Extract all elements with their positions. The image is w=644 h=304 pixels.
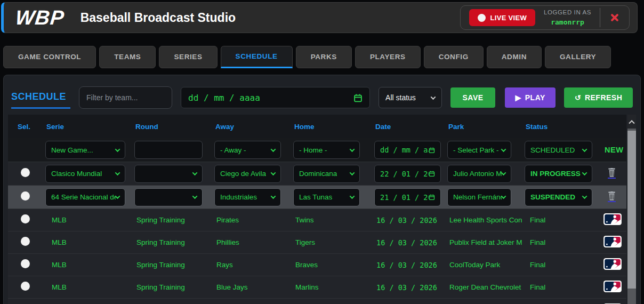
team-filter-input[interactable] xyxy=(79,86,172,109)
park-select[interactable]: Nelson Fernández xyxy=(447,188,511,206)
date-cell: 16 / 03 / 2026 xyxy=(372,261,445,269)
chevron-up-icon xyxy=(629,120,634,126)
round-cell: Spring Training xyxy=(132,283,212,291)
table-header-row: Sel.SerieRoundAwayHomeDateParkStatus xyxy=(8,115,626,138)
serie-select[interactable]: New Game... xyxy=(45,141,125,159)
chevron-down-icon xyxy=(350,194,355,199)
date-filter-input[interactable]: dd / mm / aaaa xyxy=(181,87,370,108)
save-label: SAVE xyxy=(462,93,483,102)
scrollbar-thumb[interactable] xyxy=(627,131,636,289)
date-cell: 16 / 03 / 2026 xyxy=(372,216,445,225)
row-select-radio[interactable] xyxy=(21,191,30,201)
refresh-icon: ↺ xyxy=(575,93,581,102)
delete-button[interactable] xyxy=(608,191,616,202)
mlb-logo-icon xyxy=(603,236,622,247)
chevron-down-icon xyxy=(115,170,120,175)
away-cell: Rays xyxy=(212,261,291,269)
live-view-button[interactable]: LIVE VIEW xyxy=(469,9,535,26)
chevron-down-icon xyxy=(582,170,587,175)
mlb-logo-icon xyxy=(603,213,622,225)
delete-button[interactable] xyxy=(608,168,616,179)
header-right-group: LIVE VIEW LOGGED IN AS ramonrrp xyxy=(460,5,630,30)
status-select[interactable]: IN PROGRESS xyxy=(525,165,592,183)
row-select-radio[interactable] xyxy=(21,282,30,291)
play-button[interactable]: ▶ PLAY xyxy=(505,87,556,108)
date-filter-value: dd / mm / aaaa xyxy=(188,93,260,103)
tab-teams[interactable]: TEAMS xyxy=(99,46,156,68)
column-header-park: Park xyxy=(445,123,522,131)
date-cell: 16 / 03 / 2026 xyxy=(372,283,445,292)
tab-config[interactable]: CONFIG xyxy=(424,46,484,68)
chevron-down-icon xyxy=(192,170,198,175)
status-filter-select[interactable]: All status xyxy=(379,87,442,108)
scrollbar-up-button[interactable] xyxy=(627,115,636,129)
chevron-down-icon xyxy=(350,170,355,175)
tab-series[interactable]: SERIES xyxy=(159,46,217,68)
round-cell: Spring Training xyxy=(132,238,212,246)
main-nav-tabs: GAME CONTROLTEAMSSERIESSCHEDULEPARKSPLAY… xyxy=(3,46,611,68)
table-row: Clasico MundialCiego de AvilaDominicana2… xyxy=(8,162,626,185)
away-select[interactable]: Industriales xyxy=(214,188,281,206)
home-select[interactable]: - Home - xyxy=(293,141,360,159)
column-header-sel-: Sel. xyxy=(8,123,43,131)
mlb-logo-icon xyxy=(603,236,622,247)
away-select[interactable]: - Away - xyxy=(214,141,281,159)
home-select[interactable]: Dominicana xyxy=(293,165,360,183)
away-select[interactable]: Ciego de Avila xyxy=(214,165,281,183)
row-select-radio[interactable] xyxy=(21,168,30,177)
date-input[interactable]: 21 / 01 / 2026 xyxy=(374,188,441,206)
wbp-logo: WBP xyxy=(14,7,66,28)
tab-players[interactable]: PLAYERS xyxy=(355,46,421,68)
chevron-down-icon xyxy=(501,194,506,199)
date-input[interactable]: dd / mm / aaaa xyxy=(374,141,441,159)
row-select-radio[interactable] xyxy=(21,259,30,268)
live-dot-icon xyxy=(478,14,486,22)
table-row: MLBSpring TrainingRaysBraves16 / 03 / 20… xyxy=(8,253,626,276)
round-input[interactable] xyxy=(134,141,203,159)
round-select[interactable] xyxy=(134,188,203,206)
chevron-down-icon xyxy=(115,147,120,152)
tab-game-control[interactable]: GAME CONTROL xyxy=(3,46,96,68)
mlb-logo-icon xyxy=(603,258,622,270)
table-scrollbar[interactable] xyxy=(627,115,636,304)
status-select[interactable]: SUSPENDED xyxy=(525,188,592,206)
chevron-down-icon xyxy=(271,194,276,199)
status-cell: Final xyxy=(522,261,597,269)
column-header-home: Home xyxy=(291,123,372,131)
new-row-label: NEW xyxy=(597,146,623,154)
row-select-radio[interactable] xyxy=(21,237,30,246)
save-button[interactable]: SAVE xyxy=(450,87,496,108)
serie-select[interactable]: 64 Serie Nacional de xyxy=(45,188,125,206)
username: ramonrrp xyxy=(544,17,591,28)
table-row: 64 Serie Nacional deIndustrialesLas Tuna… xyxy=(8,185,626,209)
park-cell: Lee Health Sports Con xyxy=(445,216,522,224)
chevron-down-icon xyxy=(501,147,506,152)
row-select-radio[interactable] xyxy=(21,214,30,223)
serie-cell: MLB xyxy=(43,283,132,291)
table-row: MLBSpring TrainingPhilliesTigers16 / 03 … xyxy=(8,231,626,253)
calendar-icon xyxy=(429,170,435,178)
table-row xyxy=(8,298,626,304)
tab-admin[interactable]: ADMIN xyxy=(487,46,542,68)
park-select[interactable]: Julio Antonio Mell xyxy=(447,165,511,183)
column-header-serie: Serie xyxy=(43,123,132,131)
serie-cell: MLB xyxy=(43,216,132,224)
status-select[interactable]: SCHEDULED xyxy=(525,141,592,159)
mlb-logo-icon xyxy=(603,258,622,270)
round-select[interactable] xyxy=(134,165,203,183)
tab-gallery[interactable]: GALLERY xyxy=(545,46,611,68)
close-icon[interactable] xyxy=(609,12,621,23)
away-cell: Blue Jays xyxy=(212,283,291,291)
trash-icon xyxy=(608,191,616,201)
date-input[interactable]: 22 / 01 / 2026 xyxy=(374,165,441,183)
home-select[interactable]: Las Tunas xyxy=(293,188,360,206)
chevron-down-icon xyxy=(350,147,355,152)
date-cell: 16 / 03 / 2026 xyxy=(372,238,445,247)
park-select[interactable]: - Select Park - xyxy=(447,141,511,159)
schedule-panel: SCHEDULE dd / mm / aaaa All status SAVE … xyxy=(3,75,641,304)
refresh-button[interactable]: ↺ REFRESH xyxy=(564,87,633,108)
serie-select[interactable]: Clasico Mundial xyxy=(45,165,125,183)
tab-parks[interactable]: PARKS xyxy=(296,46,352,68)
tab-schedule[interactable]: SCHEDULE xyxy=(221,46,293,68)
away-cell: Phillies xyxy=(212,238,291,246)
